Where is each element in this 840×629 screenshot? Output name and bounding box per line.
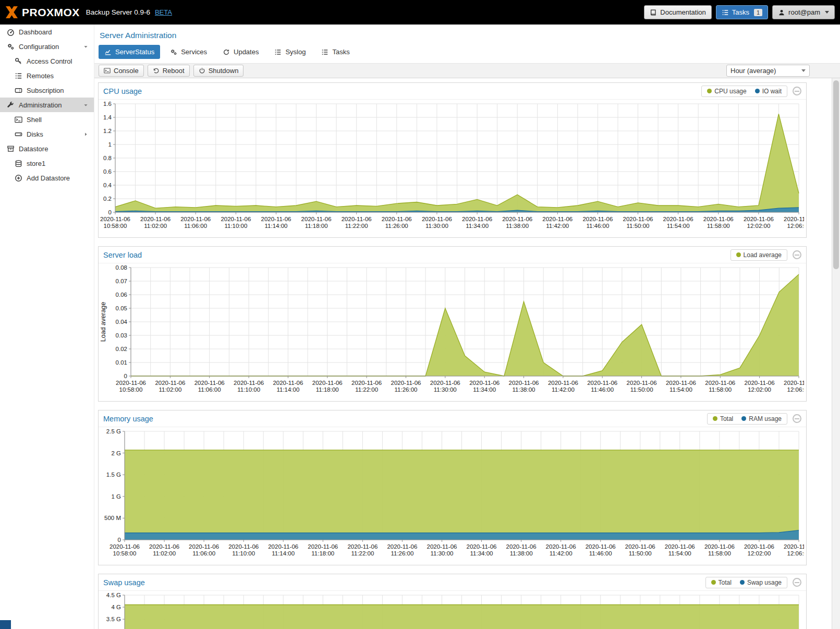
sidebar-item-remotes[interactable]: Remotes: [0, 68, 94, 83]
panel-server-load: Server load Load average 00.010.020.030.…: [98, 246, 807, 402]
svg-text:11:50:00: 11:50:00: [630, 386, 653, 393]
sidebar-item-label: Subscription: [27, 87, 64, 94]
corner-artifact: [0, 620, 11, 629]
svg-text:11:54:00: 11:54:00: [669, 386, 692, 393]
tab-syslog[interactable]: Syslog: [269, 45, 311, 59]
sidebar-item-label: Access Control: [27, 57, 72, 65]
svg-text:11:34:00: 11:34:00: [473, 386, 496, 393]
tab-updates[interactable]: Updates: [217, 45, 264, 59]
svg-text:2020-11-06: 2020-11-06: [586, 543, 616, 550]
svg-text:11:06:00: 11:06:00: [198, 386, 221, 393]
svg-text:2020-11-06: 2020-11-06: [582, 216, 613, 222]
svg-text:11:38:00: 11:38:00: [506, 223, 529, 229]
svg-text:1.4: 1.4: [103, 114, 112, 120]
svg-text:2020-11-06: 2020-11-06: [467, 543, 497, 550]
svg-text:2020-11-06: 2020-11-06: [627, 380, 657, 386]
svg-text:2020-11-06: 2020-11-06: [391, 380, 421, 386]
tab-label: Updates: [234, 48, 259, 56]
sidebar-item-store1[interactable]: store1: [0, 156, 94, 171]
svg-text:2020-11-06: 2020-11-06: [784, 543, 804, 550]
sidebar-item-dashboard[interactable]: Dashboard: [0, 25, 94, 39]
sidebar-item-shell[interactable]: Shell: [0, 112, 94, 127]
chevron-down-icon[interactable]: [83, 44, 89, 50]
proxmox-logo: PROXMOX: [5, 6, 80, 19]
gears-icon: [7, 43, 15, 51]
legend-item: Total: [713, 415, 733, 422]
svg-text:0.04: 0.04: [116, 319, 128, 325]
tasks-badge: 1: [754, 9, 762, 16]
console-button[interactable]: Console: [99, 65, 144, 77]
sidebar-item-datastore[interactable]: Datastore: [0, 141, 94, 156]
reboot-button[interactable]: Reboot: [148, 65, 190, 77]
header-bar: PROXMOX Backup Server 0.9-6 BETA Documen…: [0, 0, 840, 25]
sidebar-item-subscription[interactable]: Subscription: [0, 83, 94, 98]
svg-text:2020-11-06: 2020-11-06: [312, 380, 343, 386]
sidebar-item-disks[interactable]: Disks: [0, 127, 94, 141]
svg-text:12:06:00: 12:06:00: [787, 550, 804, 557]
svg-text:2020-11-06: 2020-11-06: [625, 543, 655, 550]
panel-title: Memory usage: [103, 415, 153, 423]
svg-text:0.03: 0.03: [116, 332, 127, 338]
collapse-icon[interactable]: [793, 414, 801, 423]
svg-text:11:02:00: 11:02:00: [144, 223, 167, 229]
svg-text:2020-11-06: 2020-11-06: [116, 380, 146, 386]
svg-text:11:46:00: 11:46:00: [589, 550, 612, 557]
svg-text:12:06:00: 12:06:00: [787, 386, 804, 393]
tab-serverstatus[interactable]: ServerStatus: [99, 45, 160, 59]
svg-text:2020-11-06: 2020-11-06: [784, 380, 804, 386]
tab-label: ServerStatus: [115, 48, 154, 56]
chevron-down-icon[interactable]: [83, 102, 89, 108]
sidebar-item-administration[interactable]: Administration: [0, 98, 94, 112]
svg-text:11:14:00: 11:14:00: [265, 223, 288, 229]
user-icon: [778, 9, 785, 16]
chevron-right-icon[interactable]: [83, 131, 89, 137]
beta-link[interactable]: BETA: [155, 8, 172, 16]
tasks-button[interactable]: Tasks 1: [716, 5, 768, 19]
sidebar-item-access-control[interactable]: Access Control: [0, 54, 94, 68]
panel-cpu-usage: CPU usage CPU usageIO wait 00.20.40.60.8…: [98, 82, 807, 238]
time-range-value: Hour (average): [731, 67, 776, 75]
svg-text:0.6: 0.6: [103, 168, 112, 175]
svg-text:2020-11-06: 2020-11-06: [180, 216, 211, 222]
vertical-scrollbar[interactable]: [832, 78, 840, 629]
svg-text:2.5 G: 2.5 G: [106, 428, 121, 434]
svg-text:11:30:00: 11:30:00: [434, 386, 457, 393]
key-icon: [15, 57, 22, 65]
svg-text:11:42:00: 11:42:00: [550, 550, 573, 557]
tab-services[interactable]: Services: [164, 45, 213, 59]
user-menu-button[interactable]: root@pam: [772, 5, 835, 19]
svg-text:11:06:00: 11:06:00: [192, 550, 215, 557]
hard-disk-icon: [15, 130, 22, 138]
time-range-select[interactable]: Hour (average): [726, 65, 810, 77]
shutdown-button[interactable]: Shutdown: [193, 65, 244, 77]
console-icon: [104, 67, 111, 74]
sidebar-item-add-datastore[interactable]: Add Datastore: [0, 171, 94, 185]
svg-text:11:50:00: 11:50:00: [627, 223, 650, 229]
panel-swap-usage: Swap usage TotalSwap usage 0500 M1 G1.5 …: [98, 574, 807, 629]
svg-text:11:22:00: 11:22:00: [355, 386, 378, 393]
collapse-icon[interactable]: [793, 250, 801, 259]
collapse-icon[interactable]: [793, 87, 801, 95]
svg-text:11:18:00: 11:18:00: [311, 550, 334, 557]
terminal-icon: [15, 116, 22, 124]
svg-text:11:58:00: 11:58:00: [708, 550, 731, 557]
memory-usage-chart: 0500 M1 G1.5 G2 G2.5 G2020-11-0610:58:00…: [99, 428, 804, 563]
tasks-label: Tasks: [732, 8, 749, 16]
chart-legend: CPU usageIO wait: [701, 86, 787, 97]
scrollbar-thumb[interactable]: [833, 80, 839, 269]
svg-text:4.5 G: 4.5 G: [106, 592, 121, 598]
svg-text:12:02:00: 12:02:00: [747, 223, 771, 229]
svg-text:2020-11-06: 2020-11-06: [155, 380, 185, 386]
documentation-button[interactable]: Documentation: [644, 5, 711, 19]
toolbar: Console Reboot Shutdown Hour (average): [94, 63, 840, 78]
sidebar-item-configuration[interactable]: Configuration: [0, 39, 94, 54]
svg-text:2020-11-06: 2020-11-06: [100, 216, 130, 222]
svg-text:11:10:00: 11:10:00: [232, 550, 255, 557]
svg-text:2020-11-06: 2020-11-06: [666, 380, 696, 386]
collapse-icon[interactable]: [793, 578, 801, 587]
tab-tasks[interactable]: Tasks: [315, 45, 355, 59]
svg-text:2020-11-06: 2020-11-06: [347, 543, 378, 550]
svg-text:2020-11-06: 2020-11-06: [430, 380, 460, 386]
svg-text:11:34:00: 11:34:00: [470, 550, 493, 557]
svg-text:2020-11-06: 2020-11-06: [665, 543, 695, 550]
